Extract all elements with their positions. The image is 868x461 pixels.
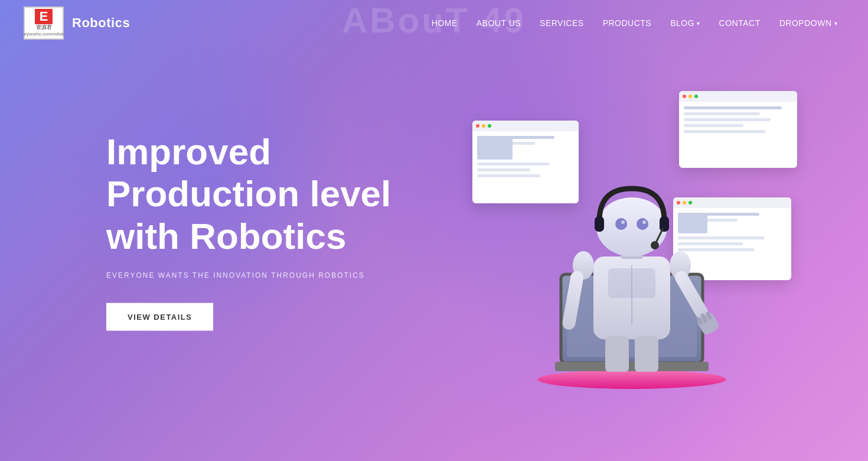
brand-name: Robotics [72,15,130,31]
svg-rect-25 [635,336,658,372]
nav-links: HOME ABOUT US SERVICES PRODUCTS BLOG ▾ C… [425,15,844,31]
nav-about[interactable]: ABOUT US [469,15,528,31]
nav-products[interactable]: PRODUCTS [596,15,659,31]
blog-chevron-icon: ▾ [697,20,700,27]
platform-ellipse [537,370,726,389]
hero-section: ABouT 49 E 资源君 eyunzhu.com/vdisk Robotic… [0,0,868,461]
hero-content: Improved Production level with Robotics … [106,131,425,331]
view-details-button[interactable]: VIEW DETAILS [106,303,213,330]
svg-point-15 [651,241,659,249]
svg-rect-12 [595,216,604,232]
svg-point-10 [637,218,648,230]
logo-area: E 资源君 eyunzhu.com/vdisk Robotics [24,7,130,40]
svg-point-11 [642,220,646,224]
dropdown-chevron-icon: ▾ [834,20,838,27]
robot-svg [508,91,756,398]
svg-point-8 [615,218,627,230]
navbar: E 资源君 eyunzhu.com/vdisk Robotics HOME AB… [0,0,868,46]
svg-rect-13 [660,216,669,232]
hero-subtitle: EVERYONE WANTS THE INNOVATION THROUGH RO… [106,271,425,279]
logo-chinese: 资源君 [36,24,52,31]
svg-rect-5 [608,268,655,298]
logo-box: E 资源君 eyunzhu.com/vdisk [24,7,64,40]
nav-home[interactable]: HOME [425,15,465,31]
logo-url: eyunzhu.com/vdisk [24,31,64,37]
svg-rect-2 [555,362,709,371]
nav-dropdown[interactable]: DROPDOWN ▾ [772,15,844,31]
nav-services[interactable]: SERVICES [533,15,591,31]
logo-letter: E [35,9,53,24]
robot-illustration [466,91,797,416]
nav-contact[interactable]: CONTACT [712,15,768,31]
hero-title: Improved Production level with Robotics [106,131,425,257]
win-dot-yellow [482,124,485,128]
svg-rect-24 [605,336,629,372]
nav-blog[interactable]: BLOG ▾ [663,15,707,31]
win-dot-red [476,124,479,128]
win-image-block [477,136,513,160]
svg-point-9 [621,220,625,224]
win-dot-green [488,124,491,128]
